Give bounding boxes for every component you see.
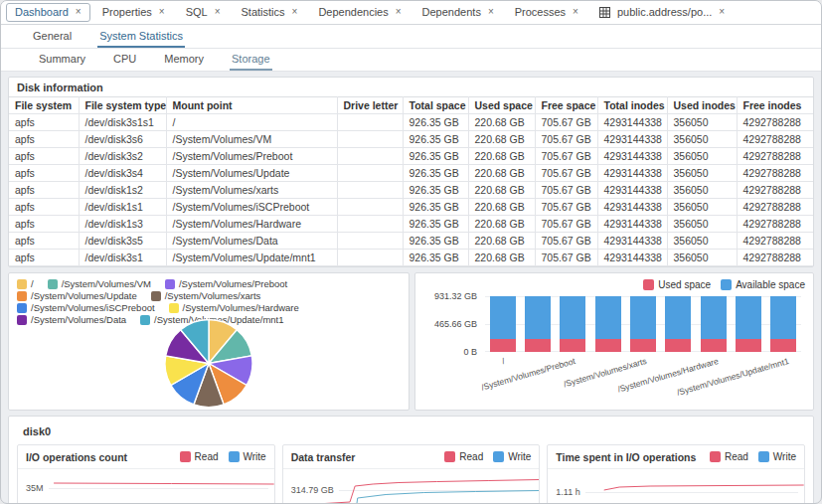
table-row[interactable]: apfs/dev/disk1s2/System/Volumes/xarts926…: [9, 182, 813, 199]
tab-close-icon[interactable]: ×: [76, 7, 82, 17]
tab-label: Statistics: [242, 6, 285, 18]
subnav-tab-storage[interactable]: Storage: [230, 49, 272, 71]
nav-tab-general[interactable]: General: [31, 25, 74, 48]
table-cell: [337, 114, 403, 131]
tab-close-icon[interactable]: ×: [215, 7, 221, 17]
disk-information-title: Disk information: [9, 78, 813, 96]
table-cell: apfs: [9, 114, 79, 131]
tab-close-icon[interactable]: ×: [292, 7, 298, 17]
io-panel-title: Data transfer: [291, 451, 356, 463]
pgadmin-dashboard-window: Dashboard×Properties×SQL×Statistics×Depe…: [0, 0, 822, 504]
legend-item-read: Read: [710, 451, 748, 462]
line-series-svg: [18, 469, 274, 503]
tab-dashboard[interactable]: Dashboard×: [6, 3, 90, 22]
table-cell: 4292788288: [737, 233, 813, 250]
legend-swatch: [17, 279, 27, 289]
pie-chart-svg: [162, 318, 255, 409]
legend-item-system-volumes-preboot: /System/Volumes/Preboot: [165, 278, 287, 289]
table-row[interactable]: apfs/dev/disk3s1/System/Volumes/Update/m…: [9, 250, 813, 266]
table-cell: 356050: [667, 216, 737, 233]
table-cell: /dev/disk3s4: [79, 165, 166, 182]
table-cell: 220.68 GB: [468, 233, 535, 250]
legend-item-system-volumes-hardware: /System/Volumes/Hardware: [169, 302, 299, 313]
y-tick-label: 931.32 GB: [434, 291, 477, 301]
tab-dependents[interactable]: Dependents×: [413, 3, 503, 22]
table-cell: 356050: [667, 165, 737, 182]
table-row[interactable]: apfs/dev/disk1s1/System/Volumes/iSCPrebo…: [9, 199, 813, 216]
table-row[interactable]: apfs/dev/disk1s3/System/Volumes/Hardware…: [9, 216, 813, 233]
bar-used-segment: [770, 339, 796, 352]
tab-public-address-po[interactable]: public.address/po...×: [590, 3, 734, 22]
table-cell: 4293144338: [597, 216, 667, 233]
charts-row: //System/Volumes/VM/System/Volumes/Prebo…: [8, 272, 814, 411]
table-cell: /dev/disk3s2: [79, 148, 166, 165]
table-cell: /System/Volumes/xarts: [166, 182, 337, 199]
table-cell: 220.68 GB: [468, 199, 535, 216]
table-row[interactable]: apfs/dev/disk3s5/System/Volumes/Data926.…: [9, 233, 813, 250]
y-tick-label: 0 B: [463, 347, 477, 357]
io-panel-time-spent-in-i-o-operations: Time spent in I/O operationsReadWrite1.1…: [547, 444, 805, 503]
table-cell: [337, 131, 403, 148]
legend-item-read: Read: [180, 451, 219, 462]
stacked-bar: [665, 296, 691, 352]
nav-tab-system-statistics[interactable]: System Statistics: [97, 25, 185, 48]
legend-label: Write: [244, 451, 266, 462]
tab-sql[interactable]: SQL×: [177, 3, 230, 22]
legend-swatch: [165, 279, 175, 289]
tab-close-icon[interactable]: ×: [488, 7, 494, 17]
table-cell: /System/Volumes/Hardware: [166, 216, 337, 233]
legend-label: Write: [508, 451, 531, 462]
table-cell: 926.35 GB: [403, 233, 468, 250]
table-cell: [337, 216, 403, 233]
line-series: [355, 491, 540, 504]
table-cell: /System/Volumes/Update: [166, 165, 337, 182]
table-cell: 4293144338: [597, 233, 667, 250]
table-cell: [337, 199, 403, 216]
tab-processes[interactable]: Processes×: [506, 3, 587, 22]
table-cell: /System/Volumes/iSCPreboot: [166, 199, 337, 216]
column-header: Free inodes: [737, 97, 813, 114]
tab-close-icon[interactable]: ×: [719, 7, 725, 17]
subnav-tab-summary[interactable]: Summary: [37, 49, 87, 71]
line-series-svg: [548, 469, 804, 503]
tab-close-icon[interactable]: ×: [159, 7, 165, 17]
table-cell: apfs: [9, 131, 79, 148]
bar-used-segment: [560, 339, 585, 352]
table-cell: 705.67 GB: [535, 199, 597, 216]
table-cell: /dev/disk3s5: [79, 233, 166, 250]
subnav-tab-memory[interactable]: Memory: [162, 49, 206, 71]
tab-properties[interactable]: Properties×: [93, 3, 174, 22]
bar-used-segment: [595, 339, 621, 352]
table-cell: [337, 233, 403, 250]
table-icon: [599, 7, 610, 18]
table-cell: 705.67 GB: [535, 114, 597, 131]
line-series: [604, 485, 804, 490]
column-header: Drive letter: [337, 97, 403, 114]
table-cell: 4292788288: [737, 216, 813, 233]
legend-item-available-space: Available space: [721, 279, 805, 290]
column-header: File system type: [79, 97, 166, 114]
table-row[interactable]: apfs/dev/disk3s2/System/Volumes/Preboot9…: [9, 148, 813, 165]
table-cell: apfs: [9, 233, 79, 250]
bar-available-segment: [665, 296, 691, 338]
legend-item-used-space: Used space: [643, 279, 711, 290]
stacked-bar: [560, 296, 585, 352]
subnav-tab-cpu[interactable]: CPU: [111, 49, 138, 71]
table-row[interactable]: apfs/dev/disk3s6/System/Volumes/VM926.35…: [9, 131, 813, 148]
table-cell: 4292788288: [737, 199, 813, 216]
tab-close-icon[interactable]: ×: [396, 7, 402, 17]
tab-close-icon[interactable]: ×: [573, 7, 578, 17]
column-header: Used inodes: [667, 97, 737, 114]
table-row[interactable]: apfs/dev/disk3s4/System/Volumes/Update92…: [9, 165, 813, 182]
tab-statistics[interactable]: Statistics×: [233, 3, 307, 22]
table-row[interactable]: apfs/dev/disk3s1s1/926.35 GB220.68 GB705…: [9, 114, 813, 131]
bar-chart-zone: 931.32 GB465.66 GB0 B: [423, 296, 805, 352]
bar-used-segment: [701, 339, 727, 352]
table-cell: 705.67 GB: [535, 148, 597, 165]
bar-used-segment: [630, 339, 656, 352]
table-cell: 926.35 GB: [403, 250, 468, 266]
tab-label: Properties: [102, 6, 152, 18]
tab-label: SQL: [186, 6, 208, 18]
tab-dependencies[interactable]: Dependencies×: [309, 3, 410, 22]
io-panel-legend: ReadWrite: [444, 449, 531, 464]
